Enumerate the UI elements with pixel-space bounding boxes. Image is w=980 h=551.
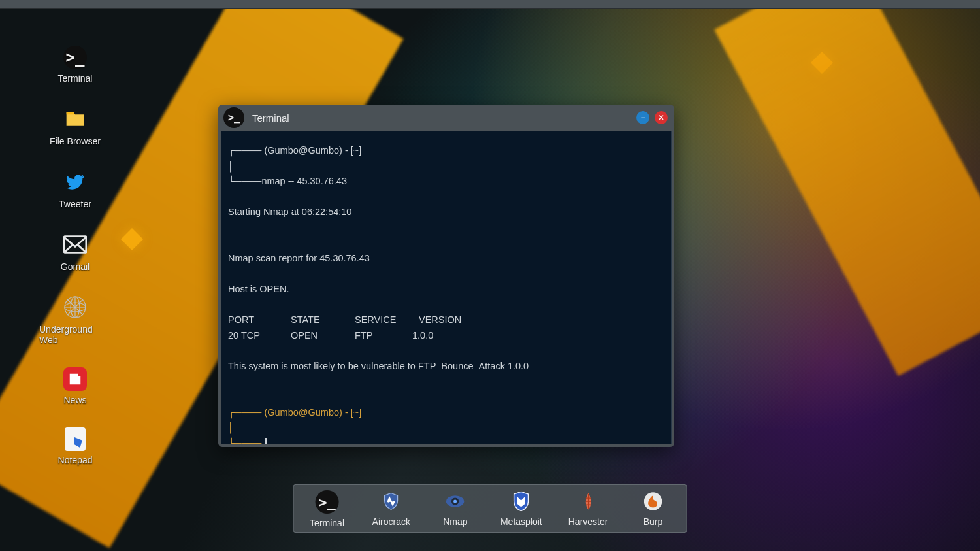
globe-icon (62, 294, 88, 320)
wallpaper-accent (811, 52, 833, 74)
desktop-icon-notepad[interactable]: Notepad (39, 427, 111, 465)
news-icon (63, 367, 87, 391)
dock-item-label: Harvester (568, 516, 608, 527)
bird-icon (62, 169, 88, 195)
dock-item-label: Airocrack (372, 516, 410, 527)
shield-icon (380, 490, 402, 512)
dock-item-airocrack[interactable]: Airocrack (372, 490, 410, 528)
dock-item-nmap[interactable]: Nmap (436, 490, 474, 528)
dock-item-label: Nmap (443, 516, 467, 527)
col-version: VERSION (419, 314, 461, 325)
desktop-icon-news[interactable]: News (39, 367, 111, 405)
dock-item-label: Terminal (310, 518, 344, 528)
dock-item-label: Metasploit (500, 516, 542, 527)
terminal-line: Host is OPEN. (228, 283, 664, 296)
desktop-icon-label: File Browser (50, 136, 101, 146)
feather-icon (577, 490, 599, 512)
col-state: STATE (291, 314, 355, 327)
eye-icon (444, 490, 466, 512)
desktop-icon-label: Notepad (58, 455, 93, 465)
terminal-line: Nmap scan report for 45.30.76.43 (228, 252, 664, 265)
col-port: PORT (228, 314, 291, 327)
burp-icon (642, 490, 664, 512)
terminal-line: Starting Nmap at 06:22:54:10 (228, 206, 664, 219)
desktop-icon-label: Tweeter (59, 199, 91, 209)
mail-icon (62, 231, 88, 258)
terminal-icon: >_ (63, 46, 87, 69)
prompt-user: (Gumbo@Gumbo) - [~] (264, 145, 361, 156)
minimize-button[interactable]: − (636, 111, 649, 124)
window-title: Terminal (252, 112, 631, 124)
desktop-icon-label: Gomail (61, 261, 90, 272)
desktop-icon-label: Terminal (58, 73, 93, 84)
wallpaper-accent (121, 228, 143, 250)
dock-item-label: Burp (644, 516, 663, 527)
desktop-icon-label: Underground Web (39, 324, 111, 345)
row-state: OPEN (291, 329, 355, 342)
desktop-icon-underground-web[interactable]: Underground Web (39, 294, 111, 345)
terminal-command: nmap -- 45.30.76.43 (261, 176, 347, 186)
terminal-line: This system is most likely to be vulnera… (228, 360, 664, 373)
cursor (265, 438, 267, 444)
folder-icon (62, 106, 88, 132)
row-version: 1.0.0 (412, 330, 433, 341)
dock-item-burp[interactable]: Burp (634, 490, 672, 528)
desktop-icon-label: News (63, 395, 86, 405)
desktop-icon-terminal[interactable]: >_ Terminal (39, 46, 111, 84)
row-service: FTP (355, 329, 412, 342)
col-service: SERVICE (355, 314, 419, 327)
dock-item-metasploit[interactable]: Metasploit (500, 490, 542, 528)
notepad-icon (65, 427, 86, 451)
dock: >_ Terminal Airocrack Nmap Metasploit Ha… (293, 484, 687, 533)
desktop-icon-file-browser[interactable]: File Browser (39, 106, 111, 146)
close-button[interactable]: ✕ (655, 111, 668, 124)
desktop-icon-gomail[interactable]: Gomail (39, 231, 111, 272)
row-port: 20 TCP (228, 329, 291, 342)
terminal-window[interactable]: >_ Terminal − ✕ ┌──── (Gumbo@Gumbo) - [~… (218, 105, 674, 447)
metasploit-icon (510, 490, 532, 512)
dock-item-harvester[interactable]: Harvester (568, 490, 608, 528)
prompt-user: (Gumbo@Gumbo) - [~] (264, 407, 361, 418)
terminal-icon: >_ (316, 490, 339, 514)
terminal-icon: >_ (223, 107, 244, 128)
desktop-icons: >_ Terminal File Browser Tweeter Gomail … (39, 46, 111, 465)
top-panel (0, 0, 980, 9)
dock-item-terminal[interactable]: >_ Terminal (308, 490, 346, 528)
svg-point-10 (453, 500, 457, 503)
desktop-icon-tweeter[interactable]: Tweeter (39, 169, 111, 209)
terminal-output[interactable]: ┌──── (Gumbo@Gumbo) - [~] │ └────nmap --… (221, 131, 672, 444)
window-titlebar[interactable]: >_ Terminal − ✕ (218, 105, 674, 131)
